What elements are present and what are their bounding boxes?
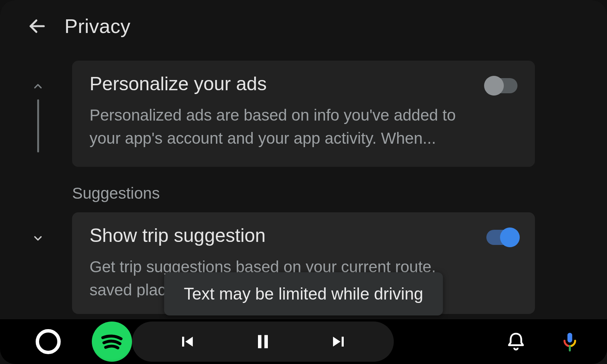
toggle-knob — [484, 76, 504, 96]
toggle-personalize-ads[interactable] — [486, 78, 517, 93]
bottom-bar-right — [505, 331, 580, 352]
media-controls — [132, 322, 394, 362]
setting-title: Personalize your ads — [90, 73, 517, 95]
skip-previous-icon[interactable] — [177, 332, 197, 351]
back-arrow-icon[interactable] — [27, 16, 47, 36]
toggle-knob — [500, 228, 520, 247]
setting-description: Personalized ads are based on info you'v… — [90, 104, 517, 150]
chevron-up-icon[interactable] — [33, 80, 43, 93]
page-title: Privacy — [64, 15, 131, 38]
screen-root: Privacy Personalize your ads Personalize… — [0, 0, 607, 364]
svg-rect-3 — [568, 333, 572, 343]
pause-icon[interactable] — [253, 332, 273, 351]
svg-rect-2 — [264, 335, 268, 348]
toggle-trip-suggestion[interactable] — [486, 230, 517, 245]
skip-next-icon[interactable] — [329, 332, 349, 351]
setting-personalize-ads[interactable]: Personalize your ads Personalized ads ar… — [72, 61, 535, 167]
bottom-bar — [0, 319, 607, 364]
setting-title: Show trip suggestion — [90, 224, 517, 246]
chevron-down-icon[interactable] — [33, 232, 43, 244]
desc-line-1: Personalized ads are based on info you'v… — [90, 104, 483, 127]
notification-bell-icon[interactable] — [505, 331, 527, 352]
scroll-indicator — [33, 80, 43, 306]
google-mic-icon[interactable] — [559, 331, 580, 352]
home-ring-icon[interactable] — [36, 329, 61, 354]
driving-toast: Text may be limited while driving — [164, 272, 443, 315]
desc-line-2: your app's account and your app activity… — [90, 127, 483, 150]
scroll-track — [37, 99, 39, 152]
screen-header: Privacy — [0, 0, 607, 52]
content-surface: Privacy Personalize your ads Personalize… — [0, 0, 607, 319]
svg-rect-1 — [258, 335, 261, 348]
spotify-icon[interactable] — [92, 322, 132, 362]
section-header-suggestions: Suggestions — [72, 184, 535, 202]
